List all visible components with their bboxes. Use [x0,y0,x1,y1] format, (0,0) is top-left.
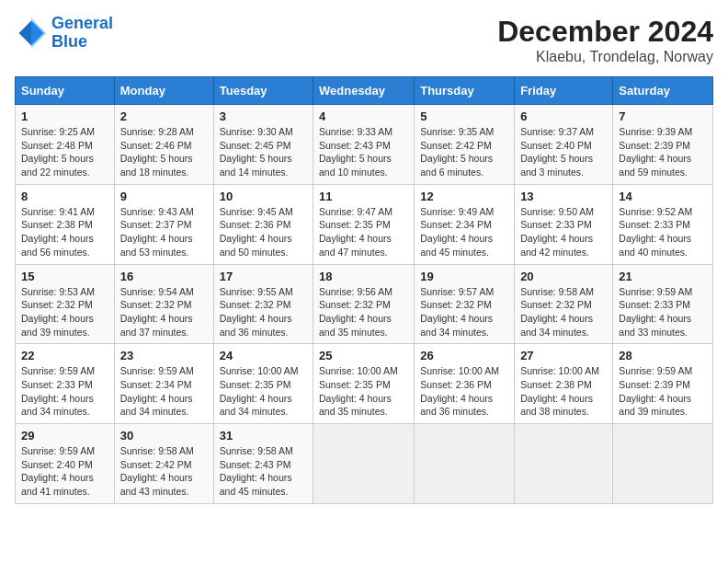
day-number: 28 [619,349,707,362]
day-info: Sunrise: 9:35 AMSunset: 2:42 PMDaylight:… [420,125,508,179]
day-number: 17 [220,270,307,283]
calendar-cell: 2Sunrise: 9:28 AMSunset: 2:46 PMDaylight… [114,105,213,185]
logo-text: General Blue [51,15,113,52]
day-number: 5 [420,109,508,123]
day-info: Sunrise: 9:49 AMSunset: 2:34 PMDaylight:… [420,205,508,259]
day-info: Sunrise: 9:28 AMSunset: 2:46 PMDaylight:… [120,125,208,179]
logo: General Blue [15,15,113,52]
day-number: 29 [21,429,108,442]
svg-marker-1 [31,18,46,48]
day-info: Sunrise: 9:30 AMSunset: 2:45 PMDaylight:… [220,125,307,179]
day-info: Sunrise: 9:59 AMSunset: 2:33 PMDaylight:… [619,285,707,339]
day-info: Sunrise: 10:00 AMSunset: 2:35 PMDaylight… [319,364,408,419]
day-info: Sunrise: 9:56 AMSunset: 2:32 PMDaylight:… [319,285,408,339]
day-info: Sunrise: 9:37 AMSunset: 2:40 PMDaylight:… [520,125,607,179]
calendar-cell: 21Sunrise: 9:59 AMSunset: 2:33 PMDayligh… [613,264,713,344]
calendar-cell: 15Sunrise: 9:53 AMSunset: 2:32 PMDayligh… [16,264,115,344]
calendar-cell: 10Sunrise: 9:45 AMSunset: 2:36 PMDayligh… [213,184,313,264]
day-info: Sunrise: 9:59 AMSunset: 2:33 PMDaylight:… [21,364,108,419]
day-number: 21 [619,270,707,283]
calendar-cell: 25Sunrise: 10:00 AMSunset: 2:35 PMDaylig… [313,344,415,424]
day-number: 23 [120,349,208,362]
calendar-cell: 27Sunrise: 10:00 AMSunset: 2:38 PMDaylig… [515,344,613,424]
calendar-cell: 20Sunrise: 9:58 AMSunset: 2:32 PMDayligh… [515,264,613,344]
day-number: 22 [21,349,108,362]
day-number: 9 [120,190,208,203]
calendar-cell: 19Sunrise: 9:57 AMSunset: 2:32 PMDayligh… [415,264,515,344]
calendar-cell [313,424,415,504]
day-info: Sunrise: 10:00 AMSunset: 2:35 PMDaylight… [220,364,307,419]
day-number: 25 [319,349,408,362]
day-info: Sunrise: 9:45 AMSunset: 2:36 PMDaylight:… [220,205,307,259]
day-info: Sunrise: 9:50 AMSunset: 2:33 PMDaylight:… [520,205,607,259]
day-number: 13 [520,190,607,203]
calendar-cell: 13Sunrise: 9:50 AMSunset: 2:33 PMDayligh… [515,184,613,264]
day-number: 30 [120,429,208,442]
calendar-cell: 30Sunrise: 9:58 AMSunset: 2:42 PMDayligh… [114,424,213,504]
day-number: 12 [420,190,508,203]
day-number: 6 [520,109,607,123]
page-header: General Blue December 2024 Klaebu, Trond… [15,15,713,65]
calendar-cell: 7Sunrise: 9:39 AMSunset: 2:39 PMDaylight… [613,105,713,185]
day-info: Sunrise: 9:59 AMSunset: 2:40 PMDaylight:… [21,444,108,499]
day-info: Sunrise: 9:33 AMSunset: 2:43 PMDaylight:… [319,125,408,179]
calendar-cell: 4Sunrise: 9:33 AMSunset: 2:43 PMDaylight… [313,105,415,185]
day-number: 11 [319,190,408,203]
day-number: 31 [220,429,307,442]
title-block: December 2024 Klaebu, Trondelag, Norway [497,15,713,65]
day-number: 16 [120,270,208,283]
calendar-table: SundayMondayTuesdayWednesdayThursdayFrid… [15,76,713,504]
day-info: Sunrise: 9:47 AMSunset: 2:35 PMDaylight:… [319,205,408,259]
calendar-cell: 3Sunrise: 9:30 AMSunset: 2:45 PMDaylight… [213,105,313,185]
day-number: 14 [619,190,707,203]
day-number: 1 [21,109,108,123]
day-info: Sunrise: 10:00 AMSunset: 2:36 PMDaylight… [420,364,508,419]
calendar-cell: 1Sunrise: 9:25 AMSunset: 2:48 PMDaylight… [16,105,115,185]
calendar-cell: 5Sunrise: 9:35 AMSunset: 2:42 PMDaylight… [415,105,515,185]
day-info: Sunrise: 9:54 AMSunset: 2:32 PMDaylight:… [120,285,208,339]
day-number: 15 [21,270,108,283]
day-number: 26 [420,349,508,362]
col-header-thursday: Thursday [415,77,515,105]
col-header-sunday: Sunday [16,77,115,105]
day-info: Sunrise: 9:52 AMSunset: 2:33 PMDaylight:… [619,205,707,259]
day-number: 8 [21,190,108,203]
day-info: Sunrise: 9:57 AMSunset: 2:32 PMDaylight:… [420,285,508,339]
page-subtitle: Klaebu, Trondelag, Norway [497,49,713,65]
page-title: December 2024 [497,15,713,49]
day-number: 4 [319,109,408,123]
calendar-cell [415,424,515,504]
calendar-cell: 12Sunrise: 9:49 AMSunset: 2:34 PMDayligh… [415,184,515,264]
col-header-friday: Friday [515,77,613,105]
calendar-cell: 18Sunrise: 9:56 AMSunset: 2:32 PMDayligh… [313,264,415,344]
calendar-cell: 6Sunrise: 9:37 AMSunset: 2:40 PMDaylight… [515,105,613,185]
day-number: 2 [120,109,208,123]
col-header-saturday: Saturday [613,77,713,105]
day-number: 19 [420,270,508,283]
col-header-monday: Monday [114,77,213,105]
calendar-cell [515,424,613,504]
day-number: 3 [220,109,307,123]
day-info: Sunrise: 9:58 AMSunset: 2:32 PMDaylight:… [520,285,607,339]
calendar-cell: 29Sunrise: 9:59 AMSunset: 2:40 PMDayligh… [16,424,115,504]
day-info: Sunrise: 9:55 AMSunset: 2:32 PMDaylight:… [220,285,307,339]
calendar-cell: 28Sunrise: 9:59 AMSunset: 2:39 PMDayligh… [613,344,713,424]
calendar-cell: 14Sunrise: 9:52 AMSunset: 2:33 PMDayligh… [613,184,713,264]
day-info: Sunrise: 9:59 AMSunset: 2:39 PMDaylight:… [619,364,707,419]
calendar-cell: 8Sunrise: 9:41 AMSunset: 2:38 PMDaylight… [16,184,115,264]
day-info: Sunrise: 9:53 AMSunset: 2:32 PMDaylight:… [21,285,108,339]
day-number: 20 [520,270,607,283]
calendar-cell: 24Sunrise: 10:00 AMSunset: 2:35 PMDaylig… [213,344,313,424]
day-info: Sunrise: 9:59 AMSunset: 2:34 PMDaylight:… [120,364,208,419]
day-info: Sunrise: 9:25 AMSunset: 2:48 PMDaylight:… [21,125,108,179]
col-header-tuesday: Tuesday [213,77,313,105]
calendar-cell: 17Sunrise: 9:55 AMSunset: 2:32 PMDayligh… [213,264,313,344]
calendar-cell: 31Sunrise: 9:58 AMSunset: 2:43 PMDayligh… [213,424,313,504]
logo-icon [15,17,48,50]
day-number: 24 [220,349,307,362]
calendar-cell: 11Sunrise: 9:47 AMSunset: 2:35 PMDayligh… [313,184,415,264]
calendar-cell: 9Sunrise: 9:43 AMSunset: 2:37 PMDaylight… [114,184,213,264]
calendar-cell: 26Sunrise: 10:00 AMSunset: 2:36 PMDaylig… [415,344,515,424]
day-info: Sunrise: 9:58 AMSunset: 2:42 PMDaylight:… [120,444,208,499]
day-info: Sunrise: 9:39 AMSunset: 2:39 PMDaylight:… [619,125,707,179]
